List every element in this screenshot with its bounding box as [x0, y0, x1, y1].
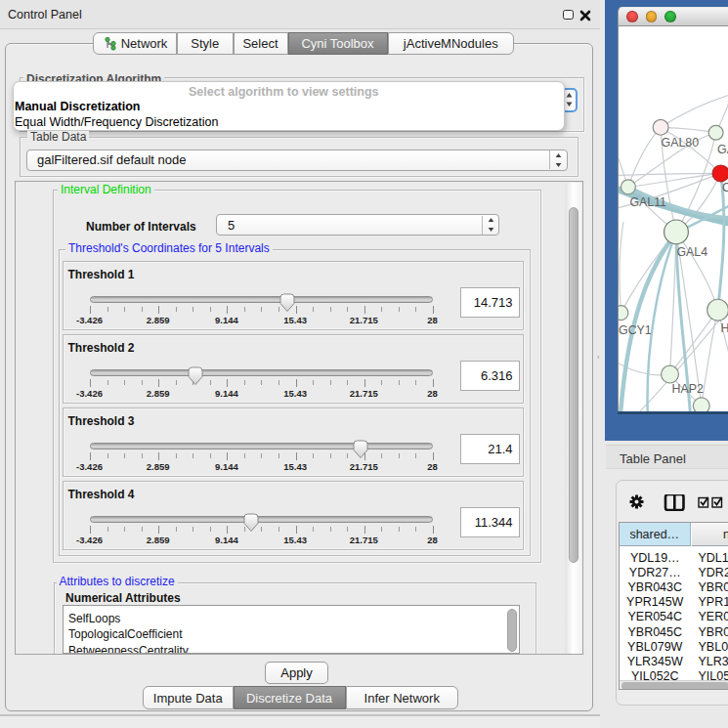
svg-text:GAL11: GAL11: [629, 195, 666, 209]
svg-text:H: H: [720, 321, 728, 335]
svg-text:GAL80: GAL80: [661, 136, 699, 150]
svg-text:HAP2: HAP2: [671, 382, 703, 396]
svg-text:GCY1: GCY1: [619, 323, 652, 337]
svg-text:GAL4: GAL4: [676, 245, 707, 259]
svg-text:GAL: GAL: [717, 143, 728, 156]
svg-text:C: C: [722, 181, 728, 194]
